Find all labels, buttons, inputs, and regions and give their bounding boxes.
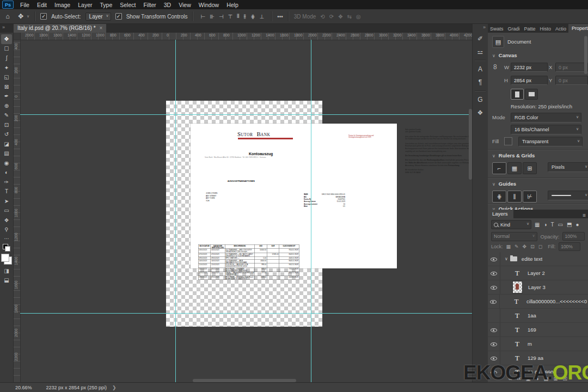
tab-patte[interactable]: Patte (522, 25, 538, 33)
ruler-units-dropdown[interactable]: Pixels (548, 162, 588, 172)
layer-row[interactable]: Layer 3 (488, 280, 588, 295)
eraser-tool[interactable]: ◪ (1, 139, 12, 149)
eye-icon[interactable] (490, 299, 497, 304)
tab-histo[interactable]: Histo (538, 25, 554, 33)
status-chevron-icon[interactable]: ❯ (112, 385, 117, 390)
eye-icon[interactable] (491, 341, 497, 347)
horizontal-guide[interactable] (20, 313, 473, 314)
tab-actio[interactable]: Actio (553, 25, 568, 33)
lock-artboard-icon[interactable]: ⊡ (530, 244, 535, 249)
layers-menu-icon[interactable]: ≡ (583, 212, 586, 218)
clone-stamp-tool[interactable]: ⊡ (1, 120, 12, 130)
close-icon[interactable]: × (100, 25, 103, 31)
path-selection-tool[interactable]: ➤ (1, 197, 12, 206)
properties-scrollbar[interactable] (584, 36, 587, 74)
foreground-background-swatch[interactable] (1, 254, 12, 265)
toggle-grid-icon[interactable]: ▦ (507, 162, 522, 174)
dodge-tool[interactable]: ◐ (1, 168, 12, 177)
pen-tool[interactable]: ✑ (1, 177, 12, 187)
eye-icon[interactable] (491, 327, 497, 333)
landscape-orientation-button[interactable] (525, 89, 538, 100)
healing-brush-tool[interactable]: ⊕ (1, 101, 12, 111)
visibility-cell[interactable] (488, 295, 500, 308)
layer-row[interactable]: T169 (488, 323, 588, 337)
layers-tab[interactable]: Layers (488, 210, 513, 218)
lock-all-icon[interactable]: ◻ (538, 244, 542, 249)
layer-filter-kind-dropdown[interactable]: Kind (491, 220, 531, 229)
menu-layer[interactable]: Layer (74, 1, 96, 9)
ruler-origin-corner[interactable] (13, 33, 21, 40)
toggle-pixel-grid-icon[interactable]: ⊞ (523, 162, 537, 174)
gradient-tool[interactable]: ▤ (1, 149, 12, 158)
guides-section-header[interactable]: ∨Guides (492, 181, 516, 187)
visibility-cell[interactable] (488, 323, 500, 336)
menu-3d[interactable]: 3D (160, 1, 175, 9)
history-brush-tool[interactable]: ↺ (1, 130, 12, 139)
color-mode-dropdown[interactable]: RGB Color (511, 113, 581, 122)
layer-name[interactable]: Layer 3 (528, 284, 546, 290)
home-icon[interactable]: ⌂ (2, 13, 13, 20)
layer-name[interactable]: cilla0000000...<<<<<<<<0 d (526, 298, 588, 304)
zoom-tool[interactable]: ⚲ (1, 225, 12, 235)
shape-filter-icon[interactable]: ▭ (558, 222, 563, 228)
layer-row[interactable]: T1aa (488, 309, 588, 323)
eye-icon[interactable] (491, 256, 497, 262)
visibility-cell[interactable] (488, 337, 500, 351)
expand-panels-icon[interactable]: » (483, 24, 486, 30)
menu-filter[interactable]: Filter (139, 1, 160, 9)
screen-mode-icon[interactable]: ⬓ (4, 277, 9, 283)
canvas-section-header[interactable]: ∨Canvas (492, 52, 517, 58)
align-right-icon[interactable]: ⊣ (219, 14, 224, 20)
default-colors-icon[interactable] (3, 244, 10, 252)
align-left-icon[interactable]: ⊢ (200, 14, 205, 20)
visibility-cell[interactable] (488, 309, 500, 322)
vertical-guide[interactable] (175, 40, 176, 383)
lock-position-icon[interactable]: ✥ (523, 244, 527, 249)
lock-guides-icon[interactable]: ⫼ (507, 191, 522, 203)
rectangle-tool[interactable]: ▭ (1, 206, 12, 216)
align-center-h-icon[interactable]: ⊪ (210, 14, 215, 20)
horizontal-guide[interactable] (20, 114, 473, 115)
distribute-bottom-icon[interactable]: ⊥ (260, 14, 265, 20)
more-options-icon[interactable]: ••• (277, 14, 283, 20)
vertical-guide[interactable] (311, 40, 311, 383)
edit-toolbar-icon[interactable]: ⋯ (4, 236, 9, 241)
distribute-left-icon[interactable]: ⫴ (237, 13, 239, 20)
eye-icon[interactable] (491, 356, 497, 361)
eye-icon[interactable] (491, 285, 497, 290)
crop-tool[interactable]: ◱ (1, 72, 12, 82)
tab-gradi[interactable]: Gradi (506, 25, 522, 33)
document-tab[interactable]: Italy id.psd @ 20.7% (RGB/16) * × (14, 23, 106, 33)
quick-mask-icon[interactable]: ◨ (4, 268, 9, 274)
portrait-orientation-button[interactable] (511, 89, 524, 100)
horizontal-ruler[interactable]: 2000180016001400120010008006004002000200… (13, 33, 473, 40)
brush-tool[interactable]: ✎ (1, 111, 12, 120)
pixel-filter-icon[interactable]: ▦ (535, 222, 540, 228)
fill-swatch[interactable] (504, 137, 512, 145)
menu-window[interactable]: Window (195, 1, 223, 9)
move-tool[interactable]: ✥ (1, 34, 12, 44)
layer-name[interactable]: 169 (528, 327, 536, 333)
menu-type[interactable]: Type (96, 1, 116, 9)
menu-file[interactable]: File (16, 1, 33, 9)
libraries-panel-icon[interactable]: ❖ (474, 106, 487, 119)
menu-help[interactable]: Help (223, 1, 242, 9)
distribute-center-icon[interactable]: ⫵ (244, 13, 247, 20)
new-guide-layout-icon[interactable]: ⊬ (523, 191, 537, 203)
layer-name[interactable]: Layer 2 (528, 270, 545, 276)
type-filter-icon[interactable]: T (551, 222, 554, 228)
chevron-down-icon[interactable]: ∨ (505, 256, 508, 261)
bit-depth-dropdown[interactable]: 16 Bits/Channel (511, 125, 581, 134)
layer-row[interactable]: Tm (488, 337, 588, 351)
layer-row[interactable]: ∨edite text (488, 252, 588, 266)
lock-transparency-icon[interactable]: ▦ (506, 244, 511, 249)
type-tool[interactable]: T (1, 187, 12, 197)
brush-settings-icon[interactable]: ✐ (474, 32, 487, 45)
document-page[interactable]: SUTOR BANK Partner für Vermögensverwaltu… (191, 124, 397, 268)
width-field[interactable]: 2232 px (511, 63, 548, 72)
fill-dropdown[interactable]: Transparent (518, 137, 583, 146)
eyedropper-tool[interactable]: ✒ (1, 91, 12, 101)
distribute-right-icon[interactable]: ⋕ (250, 14, 255, 20)
auto-select-target-dropdown[interactable]: Layer (85, 13, 111, 21)
adjustment-filter-icon[interactable]: ◑ (543, 222, 547, 228)
